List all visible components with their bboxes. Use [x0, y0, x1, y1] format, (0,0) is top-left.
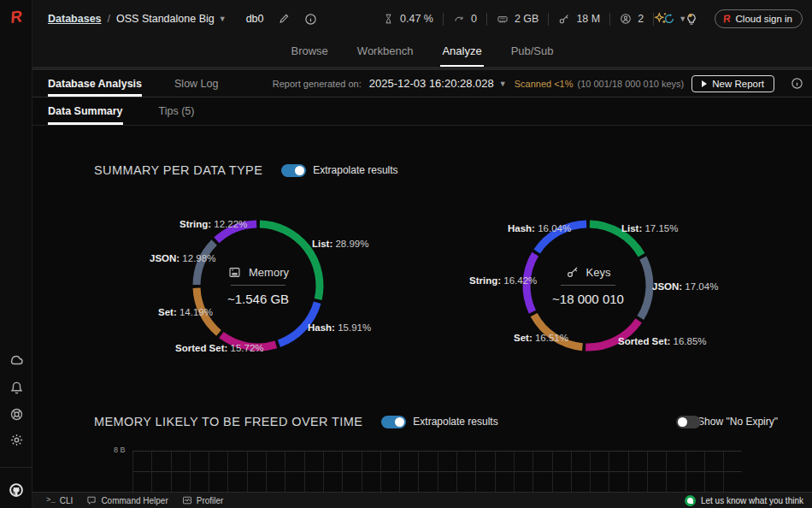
donut-label-json: JSON: 17.04%: [652, 281, 718, 292]
memory-total-value: ~1.546 GB: [227, 292, 289, 306]
donut-title: Memory: [249, 266, 289, 279]
redis-logo-icon: R: [722, 12, 732, 25]
donut-label-json: JSON: 12.98%: [150, 253, 215, 263]
extrapolate-label: Extrapolate results: [313, 164, 397, 176]
memory-icon: [227, 266, 242, 279]
scanned-detail: (10 001/18 000 010 keys): [578, 79, 685, 89]
chevron-down-icon: ▼: [219, 15, 227, 23]
db-index-label: db0: [246, 13, 264, 25]
tab-browse[interactable]: Browse: [290, 44, 330, 67]
freed-section-header: MEMORY LIKELY TO BE FREED OVER TIME Extr…: [94, 415, 778, 428]
metric-cpu: 0.47 %: [383, 13, 433, 25]
toggle-knob: [678, 417, 687, 427]
metric-separator: [486, 13, 487, 26]
app-header: Databases / OSS Standalone Big ▼ db0 0.4…: [32, 0, 812, 38]
profiler-button[interactable]: Profiler: [182, 495, 224, 505]
cli-prompt-icon: >_: [46, 496, 56, 505]
donut-title: Keys: [586, 266, 611, 279]
total-keys-icon: [558, 13, 570, 25]
notifications-bell-icon[interactable]: [0, 376, 32, 399]
donut-label-sorted-set: Sorted Set: 15.72%: [175, 343, 264, 353]
breadcrumb-databases-link[interactable]: Databases: [48, 13, 102, 25]
analysis-content: SUMMARY PER DATA TYPE Extrapolate result…: [32, 126, 812, 492]
cli-button[interactable]: >_ CLI: [46, 496, 73, 505]
metric-keys: 18 M: [558, 13, 600, 25]
tab-data-summary[interactable]: Data Summary: [48, 97, 123, 125]
cpu-usage-icon: [383, 13, 394, 25]
metric-memory: 2 GB: [497, 13, 539, 25]
commands-per-sec-icon: [453, 14, 465, 25]
divider: [231, 285, 285, 286]
tab-tips[interactable]: Tips (5): [159, 97, 195, 125]
database-selector[interactable]: OSS Standalone Big ▼: [116, 13, 227, 25]
cloud-sign-in-button[interactable]: R Cloud sign in: [715, 9, 803, 28]
donut-label-sorted-set: Sorted Set: 16.85%: [618, 336, 707, 346]
new-report-button[interactable]: New Report: [691, 75, 774, 92]
tab-database-analysis[interactable]: Database Analysis: [48, 70, 142, 97]
donut-label-string: String: 12.22%: [179, 219, 247, 229]
toggle-knob: [395, 417, 404, 427]
donut-label-hash: Hash: 16.04%: [508, 223, 571, 233]
help-lifebuoy-icon[interactable]: [0, 403, 32, 425]
metric-separator: [548, 13, 549, 26]
connected-clients-icon: [620, 13, 632, 25]
bottom-toolbar: >_ CLI Command Helper Profiler Let us kn…: [32, 492, 812, 508]
ram-memory-icon: [497, 14, 509, 25]
metric-separator: [609, 13, 610, 26]
donut-label-hash: Hash: 15.91%: [308, 322, 371, 333]
main-column: Databases / OSS Standalone Big ▼ db0 0.4…: [32, 0, 812, 508]
donut-charts-row: Memory ~1.546 GB List: 28.99%Hash: 15.91…: [113, 205, 733, 381]
insights-lightbulb-icon[interactable]: [685, 12, 698, 27]
y-axis-tick-label: 8 B: [114, 446, 126, 454]
edit-pencil-icon[interactable]: [278, 13, 290, 25]
redisinsight-window: R Databases / OSS Stan: [0, 0, 812, 508]
section-title: SUMMARY PER DATA TYPE: [94, 163, 262, 177]
db-info-icon[interactable]: [304, 13, 317, 26]
play-icon: [702, 80, 707, 87]
copilot-sparkles-icon[interactable]: [653, 11, 668, 27]
feedback-link[interactable]: Let us know what you think: [685, 495, 803, 506]
section-title: MEMORY LIKELY TO BE FREED OVER TIME: [94, 415, 362, 428]
extrapolate-toggle-summary[interactable]: [281, 164, 306, 177]
github-icon[interactable]: [0, 479, 32, 501]
tab-slow-log[interactable]: Slow Log: [174, 70, 218, 97]
no-expiry-toggle[interactable]: [676, 416, 701, 428]
report-generated-label: Report generated on:: [273, 79, 362, 89]
keys-total-value: ~18 000 010: [552, 292, 624, 306]
analysis-subheader: Database Analysis Slow Log Report genera…: [32, 70, 812, 97]
no-expiry-label: Show "No Expiry": [697, 416, 778, 428]
summary-tab-bar: Data Summary Tips (5): [32, 97, 812, 126]
donut-label-string: String: 16.42%: [469, 275, 537, 286]
summary-section-header: SUMMARY PER DATA TYPE Extrapolate result…: [94, 163, 398, 177]
toggle-knob: [295, 166, 304, 175]
redis-logo-icon: R: [0, 5, 33, 28]
breadcrumb: Databases / OSS Standalone Big ▼ db0: [32, 13, 317, 26]
donut-label-list: List: 17.15%: [621, 223, 678, 233]
extrapolate-label: Extrapolate results: [413, 416, 497, 428]
cloud-icon[interactable]: [0, 349, 32, 371]
header-actions: R Cloud sign in: [653, 0, 803, 38]
memory-donut-center: Memory ~1.546 GB: [185, 213, 331, 358]
sidebar-divider: [0, 467, 32, 468]
tab-analyze[interactable]: Analyze: [440, 44, 483, 67]
freed-over-time-chart-grid: [132, 451, 742, 492]
metric-commands: 0: [453, 13, 477, 25]
report-date-dropdown[interactable]: 2025-12-03 16:20:28.028 ▼: [369, 77, 507, 90]
key-icon: [566, 265, 580, 279]
tab-workbench[interactable]: Workbench: [356, 44, 415, 67]
database-metrics: 0.47 % 0 2 GB 18 M: [383, 0, 686, 38]
extrapolate-toggle-freed[interactable]: [381, 416, 406, 428]
command-helper-icon: [86, 495, 97, 505]
donut-label-set: Set: 16.51%: [514, 333, 568, 343]
report-info-icon[interactable]: [791, 77, 803, 90]
feedback-icon: [685, 495, 696, 506]
tab-pubsub[interactable]: Pub/Sub: [509, 44, 556, 67]
no-expiry-control: Show "No Expiry": [676, 416, 778, 428]
report-controls: Report generated on: 2025-12-03 16:20:28…: [273, 75, 803, 92]
left-sidebar: R: [0, 0, 32, 508]
command-helper-button[interactable]: Command Helper: [86, 495, 168, 505]
breadcrumb-separator: /: [108, 13, 110, 25]
profiler-icon: [182, 495, 192, 505]
settings-gear-icon[interactable]: [0, 428, 32, 451]
donut-label-set: Set: 14.19%: [158, 307, 213, 317]
